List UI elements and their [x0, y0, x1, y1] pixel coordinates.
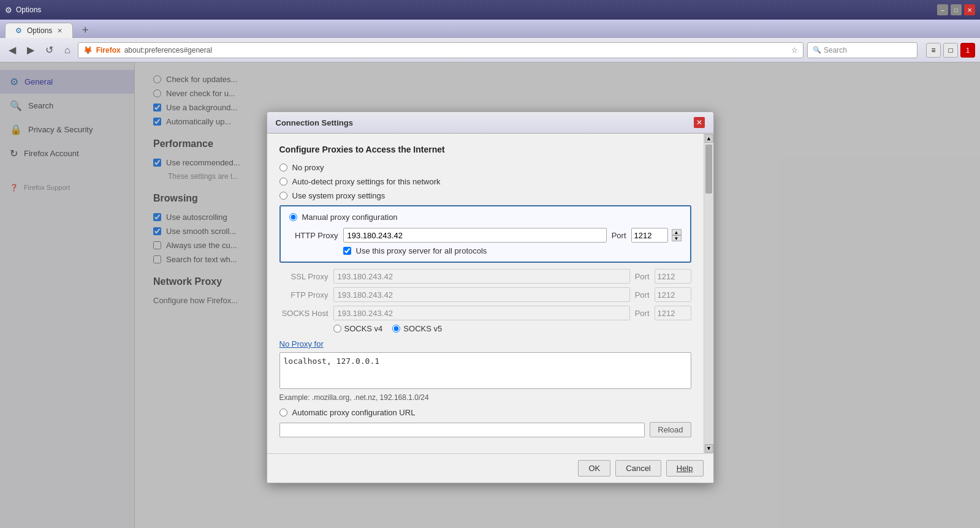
maximize-button[interactable]: □ — [951, 4, 962, 15]
nav-bar: ◀ ▶ ↺ ⌂ 🦊 Firefox about:preferences#gene… — [0, 38, 980, 62]
cancel-button[interactable]: Cancel — [615, 460, 661, 477]
socks-port-input[interactable] — [655, 306, 691, 320]
http-proxy-row: HTTP Proxy Port ▲ ▼ — [289, 228, 682, 243]
ftp-proxy-input[interactable] — [333, 287, 630, 302]
ftp-port-input[interactable] — [655, 287, 691, 302]
socks-v4-radio[interactable] — [333, 325, 341, 333]
search-bar[interactable]: 🔍 Search — [807, 42, 917, 58]
ok-button[interactable]: OK — [578, 460, 610, 477]
system-proxy-row: Use system proxy settings — [279, 191, 691, 200]
port-up-button[interactable]: ▲ — [672, 229, 682, 235]
tab-close-icon[interactable]: ✕ — [57, 27, 63, 35]
auto-detect-row: Auto-detect proxy settings for this netw… — [279, 177, 691, 186]
modal-body: Configure Proxies to Access the Internet… — [267, 134, 713, 453]
modal-footer: OK Cancel Help — [267, 453, 713, 483]
manual-proxy-row: Manual proxy configuration — [289, 213, 682, 222]
auto-proxy-url-input[interactable] — [279, 423, 645, 437]
browser-name: Firefox — [96, 46, 121, 55]
modal-overlay: Connection Settings ✕ Configure Proxies … — [0, 62, 980, 528]
socks-host-input[interactable] — [333, 306, 630, 320]
modal-titlebar: Connection Settings ✕ — [267, 112, 713, 134]
title-bar: ⚙ Options – □ ✕ — [0, 0, 980, 20]
ftp-proxy-row: FTP Proxy Port — [279, 287, 691, 302]
auto-proxy-url-label: Automatic proxy configuration URL — [292, 408, 416, 417]
system-proxy-label: Use system proxy settings — [292, 191, 386, 200]
socks-host-label: SOCKS Host — [279, 309, 329, 318]
tab-bar: ⚙ Options ✕ + — [0, 20, 980, 38]
ssl-proxy-label: SSL Proxy — [279, 272, 329, 281]
socks-v5-radio[interactable] — [392, 325, 400, 333]
no-proxy-for-label[interactable]: No Proxy for — [279, 339, 691, 349]
port-down-button[interactable]: ▼ — [672, 235, 682, 241]
home-button[interactable]: ⌂ — [61, 42, 74, 58]
toolbar-btn-3[interactable]: 1 — [960, 43, 975, 58]
manual-proxy-radio[interactable] — [289, 213, 297, 221]
socks-v4-item: SOCKS v4 — [333, 324, 383, 333]
socks-host-row: SOCKS Host Port — [279, 306, 691, 320]
manual-proxy-box: Manual proxy configuration HTTP Proxy Po… — [279, 205, 691, 263]
ssl-proxy-input[interactable] — [333, 269, 630, 284]
ssl-proxy-row: SSL Proxy Port — [279, 269, 691, 284]
modal-scrollbar[interactable]: ▲ ▼ — [704, 134, 713, 453]
connection-settings-modal: Connection Settings ✕ Configure Proxies … — [267, 111, 714, 483]
tab-label: Options — [27, 26, 52, 35]
socks-v5-label: SOCKS v5 — [403, 324, 442, 333]
auto-detect-radio[interactable] — [279, 178, 287, 186]
use-for-all-row: Use this proxy server for all protocols — [289, 246, 682, 255]
no-proxy-textarea[interactable]: localhost, 127.0.0.1 — [279, 352, 691, 389]
firefox-icon: 🦊 — [83, 46, 93, 55]
new-tab-button[interactable]: + — [75, 22, 95, 38]
auto-detect-label: Auto-detect proxy settings for this netw… — [292, 177, 441, 186]
title-bar-icon: ⚙ — [5, 6, 12, 15]
http-proxy-label: HTTP Proxy — [289, 231, 338, 240]
tab-options[interactable]: ⚙ Options ✕ — [5, 23, 73, 38]
reload-button[interactable]: Reload — [650, 422, 691, 437]
scroll-down-button[interactable]: ▼ — [705, 444, 713, 453]
http-proxy-input[interactable] — [343, 228, 607, 243]
reload-button[interactable]: ↺ — [42, 42, 57, 58]
system-proxy-radio[interactable] — [279, 192, 287, 200]
search-icon: 🔍 — [813, 46, 821, 54]
minimize-button[interactable]: – — [937, 4, 948, 15]
ssl-port-input[interactable] — [655, 269, 691, 284]
http-port-input[interactable] — [631, 228, 668, 243]
modal-close-button[interactable]: ✕ — [694, 117, 705, 128]
scroll-up-button[interactable]: ▲ — [705, 134, 713, 143]
use-for-all-checkbox[interactable] — [343, 247, 351, 255]
ssl-port-label: Port — [635, 272, 650, 281]
ftp-port-label: Port — [635, 290, 650, 300]
use-for-all-label: Use this proxy server for all protocols — [356, 246, 487, 255]
auto-proxy-input-row: Reload — [279, 422, 691, 437]
scrollbar-thumb[interactable] — [705, 145, 712, 194]
ftp-proxy-label: FTP Proxy — [279, 290, 329, 300]
search-placeholder: Search — [824, 46, 847, 55]
port-spinner: ▲ ▼ — [672, 229, 682, 241]
example-text: Example: .mozilla.org, .net.nz, 192.168.… — [279, 393, 691, 402]
socks-version-row: SOCKS v4 SOCKS v5 — [279, 324, 691, 333]
modal-content: Configure Proxies to Access the Internet… — [267, 134, 704, 453]
toolbar-btn-2[interactable]: □ — [943, 43, 958, 58]
toolbar-btn-1[interactable]: ≡ — [926, 43, 941, 58]
http-port-label: Port — [612, 231, 626, 240]
auto-proxy-url-radio[interactable] — [279, 409, 287, 417]
socks-v5-item: SOCKS v5 — [392, 324, 442, 333]
tab-icon: ⚙ — [15, 26, 22, 35]
manual-proxy-label: Manual proxy configuration — [302, 213, 398, 222]
help-button[interactable]: Help — [666, 460, 704, 477]
auto-proxy-url-row: Automatic proxy configuration URL — [279, 408, 691, 417]
title-bar-text: Options — [16, 6, 41, 14]
bookmark-icon[interactable]: ☆ — [791, 46, 798, 55]
modal-title: Connection Settings — [276, 118, 353, 127]
no-proxy-label: No proxy — [292, 163, 324, 172]
no-proxy-row: No proxy — [279, 163, 691, 172]
close-button[interactable]: ✕ — [964, 4, 975, 15]
url-text: about:preferences#general — [124, 46, 212, 55]
back-button[interactable]: ◀ — [5, 42, 20, 58]
configure-title: Configure Proxies to Access the Internet — [279, 145, 691, 154]
socks-port-label: Port — [635, 309, 650, 318]
url-bar[interactable]: 🦊 Firefox about:preferences#general ☆ — [78, 42, 803, 58]
socks-v4-label: SOCKS v4 — [344, 324, 383, 333]
forward-button[interactable]: ▶ — [23, 42, 38, 58]
no-proxy-radio[interactable] — [279, 164, 287, 172]
